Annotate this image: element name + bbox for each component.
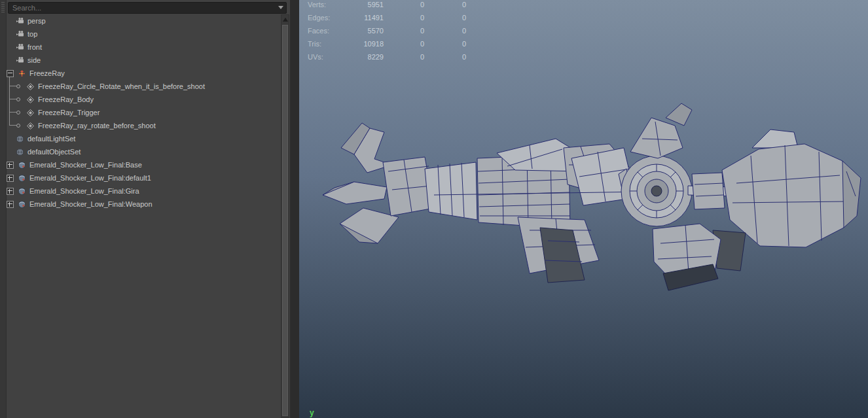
outliner-item-freezeray-body[interactable]: FreezeRay_Body — [7, 93, 278, 106]
poly-count-hud: Verts: 5951 0 0 Edges: 11491 0 0 Faces: … — [308, 1, 466, 61]
expand-toggle-icon[interactable] — [7, 201, 14, 208]
outliner-item-label: defaultObjectSet — [27, 148, 81, 156]
expand-toggle-icon[interactable] — [7, 188, 14, 195]
hud-stat-col3: 0 — [424, 40, 466, 48]
hud-stat-label: UVs: — [308, 53, 346, 61]
outliner-item-label: Emerald_Shocker_Low_Final:Base — [29, 161, 142, 169]
hud-stat-label: Tris: — [308, 40, 346, 48]
outliner-item-label: FreezeRay — [29, 69, 65, 77]
outliner-item-emerald-gira[interactable]: Emerald_Shocker_Low_Final:Gira — [7, 184, 278, 198]
scroll-up-icon[interactable] — [283, 18, 288, 22]
outliner-item-defaultobjectset[interactable]: defaultObjectSet — [7, 145, 278, 158]
search-dropdown-icon[interactable] — [278, 6, 283, 9]
hud-stat-value: 10918 — [346, 40, 384, 48]
outliner-item-freezeray-ray-rotate[interactable]: FreezeRay_ray_rotate_before_shoot — [7, 119, 278, 132]
outliner-item-label: FreezeRay_Circle_Rotate_when_it_is_befor… — [38, 82, 205, 90]
hud-stat-col2: 0 — [384, 27, 424, 35]
outliner-item-top[interactable]: top — [7, 27, 278, 41]
tree-node-dot — [16, 124, 20, 128]
camera-icon — [16, 17, 24, 26]
outliner-item-freezeray-circle-rotate[interactable]: FreezeRay_Circle_Rotate_when_it_is_befor… — [7, 80, 278, 93]
hud-stat-col2: 0 — [384, 40, 424, 48]
hud-stat-label: Faces: — [308, 27, 346, 35]
outliner-item-emerald-weapon[interactable]: Emerald_Shocker_Low_Final:Weapon — [7, 198, 278, 211]
hud-stat-col3: 0 — [424, 14, 466, 22]
outliner-item-emerald-default1[interactable]: Emerald_Shocker_Low_Final:default1 — [7, 171, 278, 184]
outliner-item-persp[interactable]: persp — [7, 14, 278, 27]
object-set-icon — [16, 148, 24, 156]
hud-stat-col2: 0 — [384, 1, 424, 9]
outliner-tree: persp top front side FreezeRay — [7, 14, 278, 211]
mesh-transform-icon — [26, 96, 35, 104]
hud-stat-value: 8229 — [346, 53, 384, 61]
hud-stat-col2: 0 — [384, 14, 424, 22]
outliner-scrollbar[interactable] — [281, 14, 289, 418]
tree-node-dot — [16, 97, 20, 101]
scrollbar-thumb[interactable] — [282, 25, 288, 416]
outliner-item-emerald-base[interactable]: Emerald_Shocker_Low_Final:Base — [7, 158, 278, 171]
namespace-node-icon — [18, 174, 26, 183]
hud-stat-col3: 0 — [424, 1, 466, 9]
expand-toggle-icon[interactable] — [7, 162, 14, 169]
outliner-item-label: defaultLightSet — [27, 135, 75, 143]
hud-stat-col3: 0 — [424, 27, 466, 35]
namespace-node-icon — [18, 161, 26, 169]
hud-stat-value: 5570 — [346, 27, 384, 35]
panel-divider[interactable] — [290, 0, 299, 418]
outliner-item-freezeray[interactable]: FreezeRay — [7, 67, 278, 80]
outliner-item-label: front — [27, 43, 42, 51]
outliner-item-freezeray-trigger[interactable]: FreezeRay_Trigger — [7, 106, 278, 119]
outliner-item-front[interactable]: front — [7, 41, 278, 54]
mesh-transform-icon — [26, 82, 35, 91]
tree-node-dot — [16, 84, 20, 88]
camera-icon — [16, 43, 24, 52]
panel-edge-strip — [0, 0, 7, 418]
outliner-search-row — [8, 1, 287, 13]
hud-stat-label: Edges: — [308, 14, 346, 22]
outliner-item-side[interactable]: side — [7, 54, 278, 67]
freezeray-wireframe-model — [299, 0, 868, 418]
outliner-item-label: Emerald_Shocker_Low_Final:default1 — [29, 174, 151, 182]
hud-stat-label: Verts: — [308, 1, 346, 9]
panel-grip-icon[interactable] — [1, 2, 5, 12]
hud-stat-value: 11491 — [346, 14, 384, 22]
outliner-panel: persp top front side FreezeRay — [0, 0, 290, 418]
outliner-item-label: FreezeRay_Trigger — [38, 109, 99, 116]
mesh-transform-icon — [26, 109, 35, 117]
search-input[interactable] — [8, 2, 287, 14]
object-set-icon — [16, 135, 24, 143]
namespace-node-icon — [18, 200, 26, 209]
axis-y-label: y — [310, 408, 314, 417]
outliner-item-label: side — [27, 56, 41, 64]
maya-window: persp top front side FreezeRay — [0, 0, 868, 418]
camera-icon — [16, 30, 24, 39]
tree-node-dot — [16, 111, 20, 114]
transform-node-icon — [18, 69, 26, 78]
hud-stat-col3: 0 — [424, 53, 466, 61]
collapse-toggle-icon[interactable] — [7, 70, 14, 77]
hud-stat-col2: 0 — [384, 53, 424, 61]
namespace-node-icon — [18, 187, 26, 196]
outliner-item-label: top — [27, 30, 37, 38]
viewport[interactable]: Verts: 5951 0 0 Edges: 11491 0 0 Faces: … — [299, 0, 868, 418]
outliner-item-label: FreezeRay_ray_rotate_before_shoot — [38, 122, 156, 130]
outliner-item-defaultlightset[interactable]: defaultLightSet — [7, 132, 278, 145]
outliner-item-label: Emerald_Shocker_Low_Final:Gira — [29, 187, 139, 195]
outliner-item-label: Emerald_Shocker_Low_Final:Weapon — [29, 200, 153, 208]
outliner-item-label: FreezeRay_Body — [38, 96, 94, 103]
camera-icon — [16, 56, 24, 65]
hud-stat-value: 5951 — [346, 1, 384, 9]
outliner-item-label: persp — [27, 17, 46, 25]
mesh-transform-icon — [26, 122, 35, 130]
expand-toggle-icon[interactable] — [7, 175, 14, 182]
